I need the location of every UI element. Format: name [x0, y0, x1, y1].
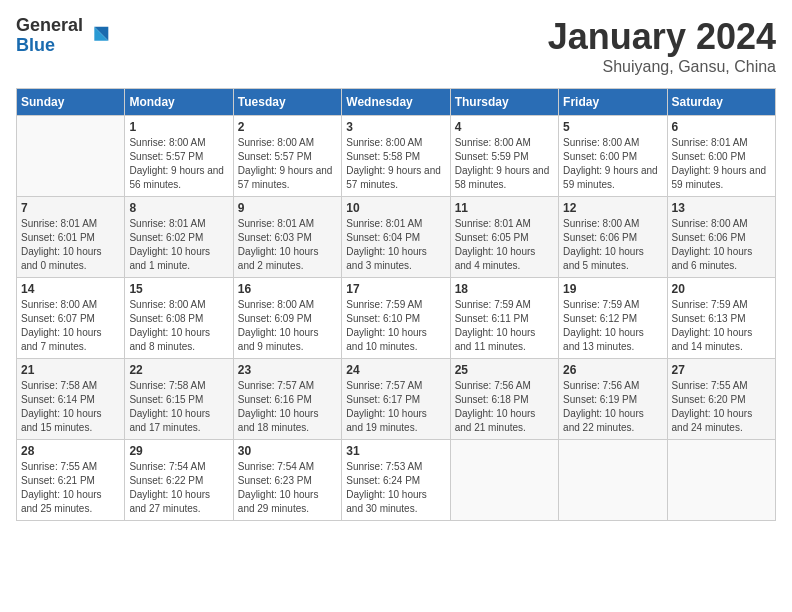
- day-number: 3: [346, 120, 445, 134]
- month-title: January 2024: [548, 16, 776, 58]
- day-number: 25: [455, 363, 554, 377]
- calendar-cell: 27Sunrise: 7:55 AMSunset: 6:20 PMDayligh…: [667, 359, 775, 440]
- day-info: Sunrise: 7:57 AMSunset: 6:16 PMDaylight:…: [238, 379, 337, 435]
- day-info: Sunrise: 7:53 AMSunset: 6:24 PMDaylight:…: [346, 460, 445, 516]
- day-info: Sunrise: 8:00 AMSunset: 6:08 PMDaylight:…: [129, 298, 228, 354]
- day-number: 20: [672, 282, 771, 296]
- day-info: Sunrise: 8:00 AMSunset: 6:07 PMDaylight:…: [21, 298, 120, 354]
- day-info: Sunrise: 8:01 AMSunset: 6:04 PMDaylight:…: [346, 217, 445, 273]
- logo-icon: [85, 22, 113, 50]
- day-info: Sunrise: 7:55 AMSunset: 6:20 PMDaylight:…: [672, 379, 771, 435]
- day-number: 14: [21, 282, 120, 296]
- week-row-5: 28Sunrise: 7:55 AMSunset: 6:21 PMDayligh…: [17, 440, 776, 521]
- day-number: 28: [21, 444, 120, 458]
- calendar-cell: 9Sunrise: 8:01 AMSunset: 6:03 PMDaylight…: [233, 197, 341, 278]
- day-info: Sunrise: 8:00 AMSunset: 5:57 PMDaylight:…: [238, 136, 337, 192]
- day-number: 27: [672, 363, 771, 377]
- header-row: SundayMondayTuesdayWednesdayThursdayFrid…: [17, 89, 776, 116]
- location-title: Shuiyang, Gansu, China: [548, 58, 776, 76]
- day-number: 21: [21, 363, 120, 377]
- day-info: Sunrise: 7:54 AMSunset: 6:23 PMDaylight:…: [238, 460, 337, 516]
- calendar-cell: 20Sunrise: 7:59 AMSunset: 6:13 PMDayligh…: [667, 278, 775, 359]
- day-info: Sunrise: 7:56 AMSunset: 6:18 PMDaylight:…: [455, 379, 554, 435]
- calendar-cell: 11Sunrise: 8:01 AMSunset: 6:05 PMDayligh…: [450, 197, 558, 278]
- calendar-cell: 28Sunrise: 7:55 AMSunset: 6:21 PMDayligh…: [17, 440, 125, 521]
- day-number: 19: [563, 282, 662, 296]
- day-info: Sunrise: 7:59 AMSunset: 6:12 PMDaylight:…: [563, 298, 662, 354]
- calendar-cell: 29Sunrise: 7:54 AMSunset: 6:22 PMDayligh…: [125, 440, 233, 521]
- day-number: 16: [238, 282, 337, 296]
- calendar-cell: 16Sunrise: 8:00 AMSunset: 6:09 PMDayligh…: [233, 278, 341, 359]
- calendar-cell: 2Sunrise: 8:00 AMSunset: 5:57 PMDaylight…: [233, 116, 341, 197]
- day-number: 9: [238, 201, 337, 215]
- calendar-cell: 22Sunrise: 7:58 AMSunset: 6:15 PMDayligh…: [125, 359, 233, 440]
- day-info: Sunrise: 8:00 AMSunset: 5:57 PMDaylight:…: [129, 136, 228, 192]
- day-info: Sunrise: 8:00 AMSunset: 6:09 PMDaylight:…: [238, 298, 337, 354]
- day-number: 29: [129, 444, 228, 458]
- day-info: Sunrise: 8:00 AMSunset: 5:59 PMDaylight:…: [455, 136, 554, 192]
- calendar-cell: 12Sunrise: 8:00 AMSunset: 6:06 PMDayligh…: [559, 197, 667, 278]
- day-info: Sunrise: 7:58 AMSunset: 6:14 PMDaylight:…: [21, 379, 120, 435]
- calendar-cell: 31Sunrise: 7:53 AMSunset: 6:24 PMDayligh…: [342, 440, 450, 521]
- calendar-cell: 24Sunrise: 7:57 AMSunset: 6:17 PMDayligh…: [342, 359, 450, 440]
- day-info: Sunrise: 8:00 AMSunset: 6:00 PMDaylight:…: [563, 136, 662, 192]
- day-number: 24: [346, 363, 445, 377]
- day-number: 12: [563, 201, 662, 215]
- calendar-cell: 5Sunrise: 8:00 AMSunset: 6:00 PMDaylight…: [559, 116, 667, 197]
- calendar-cell: 18Sunrise: 7:59 AMSunset: 6:11 PMDayligh…: [450, 278, 558, 359]
- day-info: Sunrise: 7:59 AMSunset: 6:10 PMDaylight:…: [346, 298, 445, 354]
- logo: General Blue: [16, 16, 113, 56]
- calendar-cell: 8Sunrise: 8:01 AMSunset: 6:02 PMDaylight…: [125, 197, 233, 278]
- day-number: 5: [563, 120, 662, 134]
- header-cell-wednesday: Wednesday: [342, 89, 450, 116]
- day-number: 15: [129, 282, 228, 296]
- day-number: 2: [238, 120, 337, 134]
- calendar-cell: 7Sunrise: 8:01 AMSunset: 6:01 PMDaylight…: [17, 197, 125, 278]
- logo-blue: Blue: [16, 36, 83, 56]
- day-info: Sunrise: 7:56 AMSunset: 6:19 PMDaylight:…: [563, 379, 662, 435]
- day-number: 22: [129, 363, 228, 377]
- title-block: January 2024 Shuiyang, Gansu, China: [548, 16, 776, 76]
- day-info: Sunrise: 8:01 AMSunset: 6:05 PMDaylight:…: [455, 217, 554, 273]
- day-number: 26: [563, 363, 662, 377]
- calendar-cell: 19Sunrise: 7:59 AMSunset: 6:12 PMDayligh…: [559, 278, 667, 359]
- calendar-cell: 26Sunrise: 7:56 AMSunset: 6:19 PMDayligh…: [559, 359, 667, 440]
- page-header: General Blue January 2024 Shuiyang, Gans…: [16, 16, 776, 76]
- header-cell-tuesday: Tuesday: [233, 89, 341, 116]
- calendar-cell: 17Sunrise: 7:59 AMSunset: 6:10 PMDayligh…: [342, 278, 450, 359]
- day-info: Sunrise: 8:00 AMSunset: 6:06 PMDaylight:…: [672, 217, 771, 273]
- day-number: 8: [129, 201, 228, 215]
- calendar-cell: 21Sunrise: 7:58 AMSunset: 6:14 PMDayligh…: [17, 359, 125, 440]
- calendar-cell: 6Sunrise: 8:01 AMSunset: 6:00 PMDaylight…: [667, 116, 775, 197]
- calendar-cell: [450, 440, 558, 521]
- calendar-cell: [559, 440, 667, 521]
- header-cell-thursday: Thursday: [450, 89, 558, 116]
- calendar-table: SundayMondayTuesdayWednesdayThursdayFrid…: [16, 88, 776, 521]
- day-number: 10: [346, 201, 445, 215]
- logo-general: General: [16, 16, 83, 36]
- week-row-1: 1Sunrise: 8:00 AMSunset: 5:57 PMDaylight…: [17, 116, 776, 197]
- header-cell-friday: Friday: [559, 89, 667, 116]
- day-number: 4: [455, 120, 554, 134]
- day-info: Sunrise: 8:00 AMSunset: 5:58 PMDaylight:…: [346, 136, 445, 192]
- header-cell-sunday: Sunday: [17, 89, 125, 116]
- week-row-3: 14Sunrise: 8:00 AMSunset: 6:07 PMDayligh…: [17, 278, 776, 359]
- calendar-cell: 1Sunrise: 8:00 AMSunset: 5:57 PMDaylight…: [125, 116, 233, 197]
- day-info: Sunrise: 8:01 AMSunset: 6:02 PMDaylight:…: [129, 217, 228, 273]
- day-number: 30: [238, 444, 337, 458]
- calendar-body: 1Sunrise: 8:00 AMSunset: 5:57 PMDaylight…: [17, 116, 776, 521]
- day-number: 23: [238, 363, 337, 377]
- day-info: Sunrise: 7:57 AMSunset: 6:17 PMDaylight:…: [346, 379, 445, 435]
- day-info: Sunrise: 7:59 AMSunset: 6:11 PMDaylight:…: [455, 298, 554, 354]
- day-info: Sunrise: 7:54 AMSunset: 6:22 PMDaylight:…: [129, 460, 228, 516]
- week-row-4: 21Sunrise: 7:58 AMSunset: 6:14 PMDayligh…: [17, 359, 776, 440]
- calendar-cell: 10Sunrise: 8:01 AMSunset: 6:04 PMDayligh…: [342, 197, 450, 278]
- day-number: 11: [455, 201, 554, 215]
- day-number: 17: [346, 282, 445, 296]
- header-cell-saturday: Saturday: [667, 89, 775, 116]
- day-number: 31: [346, 444, 445, 458]
- week-row-2: 7Sunrise: 8:01 AMSunset: 6:01 PMDaylight…: [17, 197, 776, 278]
- day-number: 6: [672, 120, 771, 134]
- calendar-cell: 25Sunrise: 7:56 AMSunset: 6:18 PMDayligh…: [450, 359, 558, 440]
- calendar-cell: 14Sunrise: 8:00 AMSunset: 6:07 PMDayligh…: [17, 278, 125, 359]
